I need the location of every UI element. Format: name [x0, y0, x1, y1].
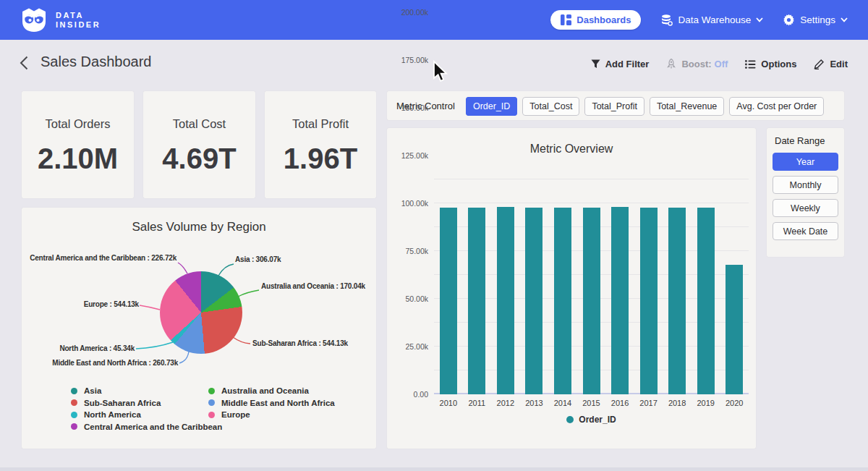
- boost-toggle[interactable]: Boost: Off: [666, 59, 728, 69]
- bar-2016[interactable]: [611, 207, 629, 394]
- kpi-label: Total Cost: [143, 117, 255, 131]
- x-axis-label-2017: 2017: [634, 399, 663, 407]
- metric-chip-total-profit[interactable]: Total_Profit: [584, 97, 644, 116]
- pie-legend-item-central-america-and-the-caribbean[interactable]: Central America and the Caribbean: [71, 421, 222, 433]
- brand-logo[interactable]: DATA INSIDER: [20, 7, 101, 33]
- kpi-card-total-orders: Total Orders 2.10M: [22, 91, 134, 198]
- date-range-year-button[interactable]: Year: [773, 153, 838, 171]
- legend-dot: [71, 399, 77, 406]
- kpi-label: Total Profit: [265, 117, 376, 131]
- legend-dot: [71, 388, 77, 394]
- page-header: Sales Dashboard Add Filter Boost: Off: [0, 40, 868, 87]
- legend-label: Middle East and North Africa: [221, 399, 335, 407]
- pie-slice-label-central-america-and-the-caribbean: Central America and the Caribbean : 226.…: [30, 254, 176, 262]
- pie-chart-title: Sales Volume by Region: [22, 220, 376, 234]
- pie-slice-label-europe: Europe : 544.13k: [84, 300, 139, 308]
- pie-legend-item-north-america[interactable]: North America: [71, 409, 222, 421]
- leader-line-asia: [218, 264, 234, 276]
- nav-dashboards-label: Dashboards: [576, 14, 631, 25]
- list-options-icon: [745, 60, 756, 69]
- date-range-monthly-button[interactable]: Monthly: [773, 176, 838, 194]
- legend-label: Central America and the Caribbean: [84, 423, 222, 431]
- gridline-200.00k: 200.00k: [434, 203, 749, 203]
- date-range-label: Date Range: [775, 135, 838, 146]
- bar-2014[interactable]: [554, 208, 571, 394]
- date-range-panel: Date Range YearMonthlyWeeklyWeek Date: [767, 128, 844, 257]
- y-axis-tick: 50.00k: [388, 294, 428, 303]
- nav-settings[interactable]: Settings: [783, 14, 848, 26]
- chevron-down-icon: [841, 17, 848, 22]
- owl-logo-icon: [20, 7, 48, 33]
- y-axis-tick: 125.00k: [388, 151, 428, 160]
- metric-chip-order-id[interactable]: Order_ID: [466, 97, 517, 116]
- x-axis-label-2010: 2010: [434, 399, 463, 407]
- bar-2020[interactable]: [726, 265, 743, 394]
- legend-label: Order_ID: [579, 415, 616, 425]
- filter-funnel-icon: [591, 59, 600, 69]
- add-filter-button[interactable]: Add Filter: [591, 59, 650, 69]
- top-nav-bar: DATA INSIDER Dashboards Data Warehouse: [0, 0, 868, 40]
- pie-chart[interactable]: [160, 271, 242, 354]
- add-filter-label: Add Filter: [605, 59, 650, 69]
- y-axis-tick: 0.00: [388, 390, 428, 399]
- leader-line-north-america: [136, 342, 173, 349]
- x-axis-label-2019: 2019: [692, 399, 720, 407]
- x-axis-label-2020: 2020: [720, 399, 749, 407]
- window-bottom-edge: [0, 467, 868, 471]
- metric-chip-total-cost[interactable]: Total_Cost: [522, 97, 579, 116]
- legend-label: Asia: [84, 386, 101, 395]
- y-axis-tick: 75.00k: [388, 247, 428, 255]
- bar-2018[interactable]: [668, 208, 686, 394]
- legend-dot: [208, 412, 215, 418]
- x-axis-label-2016: 2016: [605, 399, 634, 407]
- x-axis-label-2011: 2011: [462, 399, 491, 407]
- leader-line-europe: [140, 305, 160, 310]
- nav-data-warehouse[interactable]: Data Warehouse: [661, 14, 763, 26]
- leader-line-middle-east-and-north-africa: [179, 352, 189, 363]
- legend-label: Australia and Oceania: [221, 386, 309, 395]
- pie-legend-column-2: Australia and OceaniaMiddle East and Nor…: [208, 385, 335, 421]
- legend-dot: [566, 416, 574, 423]
- bar-2017[interactable]: [640, 208, 658, 394]
- pie-legend-item-sub-saharan-africa[interactable]: Sub-Saharan Africa: [71, 397, 222, 410]
- metric-chip-total-revenue[interactable]: Total_Revenue: [650, 97, 724, 116]
- rocket-icon: [666, 59, 676, 69]
- bar-2015[interactable]: [583, 208, 600, 394]
- bar-2011[interactable]: [468, 208, 485, 394]
- nav-data-warehouse-label: Data Warehouse: [678, 14, 751, 25]
- options-button[interactable]: Options: [745, 59, 796, 69]
- pie-legend-item-middle-east-and-north-africa[interactable]: Middle East and North Africa: [208, 397, 335, 410]
- kpi-label: Total Orders: [22, 117, 134, 131]
- date-range-week-date-button[interactable]: Week Date: [773, 222, 838, 240]
- pie-slice-label-sub-saharan-africa: Sub-Saharan Africa : 544.13k: [252, 339, 348, 347]
- sales-volume-pie-card: Sales Volume by Region Asia : 306.07kAus…: [22, 208, 376, 449]
- y-axis-tick: 150.00k: [388, 103, 428, 112]
- pie-legend-item-australia-and-oceania[interactable]: Australia and Oceania: [208, 385, 335, 397]
- dashboard-grid-icon: [561, 14, 571, 25]
- database-icon: [661, 14, 673, 26]
- kpi-card-total-profit: Total Profit 1.96T: [265, 91, 376, 198]
- nav-dashboards-button[interactable]: Dashboards: [550, 10, 641, 30]
- date-range-weekly-button[interactable]: Weekly: [773, 199, 838, 217]
- bar-2010[interactable]: [440, 208, 457, 394]
- back-button[interactable]: [20, 56, 28, 73]
- metric-chip-avg-cost-per-order[interactable]: Avg. Cost per Order: [729, 97, 824, 116]
- pie-slice-label-asia: Asia : 306.07k: [235, 255, 281, 263]
- page-title: Sales Dashboard: [41, 54, 151, 70]
- edit-label: Edit: [830, 59, 848, 69]
- leader-line-central-america-and-the-caribbean: [178, 263, 187, 273]
- bar-chart-title: Metric Overview: [387, 143, 756, 156]
- y-axis-tick: 25.00k: [388, 342, 428, 351]
- metric-control-bar: Metric Control Order_IDTotal_CostTotal_P…: [387, 91, 844, 120]
- bar-2012[interactable]: [497, 207, 514, 394]
- bar-2013[interactable]: [525, 208, 542, 394]
- pie-legend-item-europe[interactable]: Europe: [208, 409, 335, 421]
- kpi-value: 1.96T: [265, 143, 376, 175]
- bar-chart-legend[interactable]: Order_ID: [434, 415, 749, 425]
- options-label: Options: [761, 59, 796, 69]
- edit-button[interactable]: Edit: [814, 59, 848, 69]
- bar-2019[interactable]: [697, 208, 715, 394]
- kpi-value: 4.69T: [143, 143, 255, 175]
- leader-line-australia-and-oceania: [238, 290, 259, 297]
- pie-legend-item-asia[interactable]: Asia: [71, 385, 222, 397]
